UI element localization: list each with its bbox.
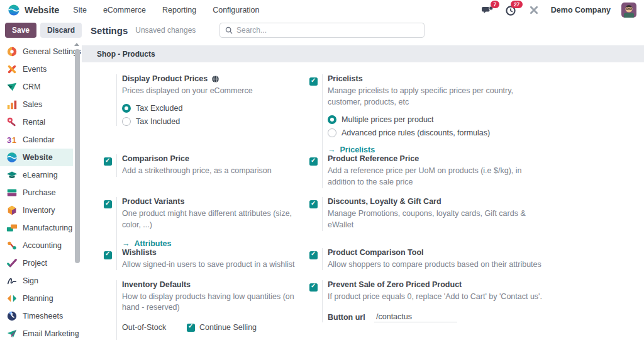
section-header: Shop - Products <box>82 45 644 62</box>
page-title: Settings <box>91 25 128 36</box>
top-navbar: Website Site eCommerce Reporting Configu… <box>0 0 644 20</box>
sidebar-item-general-settings[interactable]: General Settings <box>0 43 73 60</box>
setting-product-comparison-tool: Product Comparison Tool Allow shoppers t… <box>309 248 561 280</box>
sidebar-item-label: Inventory <box>23 206 55 215</box>
inventory-app-icon <box>6 205 18 216</box>
sidebar-item-sign[interactable]: Sign <box>0 272 73 290</box>
scroll-down-arrow-icon[interactable] <box>74 334 79 337</box>
page-body: General Settings Events CRM Sales <box>0 40 644 340</box>
wishlists-checkbox[interactable] <box>104 251 112 259</box>
sidebar-item-events[interactable]: Events <box>0 60 73 78</box>
sidebar-item-purchase[interactable]: Purchase <box>0 184 73 201</box>
menu-ecommerce[interactable]: eCommerce <box>103 6 146 14</box>
website-app-brand[interactable]: Website <box>8 4 59 16</box>
messages-button[interactable]: 7 <box>481 4 494 16</box>
scrollbar-thumb[interactable] <box>75 49 80 263</box>
save-button[interactable]: Save <box>5 23 36 38</box>
setting-title: Product Reference Price <box>328 154 543 163</box>
sidebar-scrollbar[interactable] <box>73 42 81 339</box>
activities-button[interactable]: 27 <box>504 4 517 16</box>
scroll-up-arrow-icon[interactable] <box>74 43 79 46</box>
radio-advanced-rules[interactable]: Advanced price rules (discounts, formula… <box>328 128 543 137</box>
setting-desc: Allow shoppers to compare products based… <box>328 259 541 271</box>
sidebar-item-manufacturing[interactable]: Manufacturing <box>0 219 73 237</box>
button-url-input[interactable] <box>374 312 457 322</box>
menu-reporting[interactable]: Reporting <box>162 6 196 14</box>
sidebar-item-email-marketing[interactable]: Email Marketing <box>0 325 73 340</box>
pricelists-link[interactable]: Pricelists <box>328 145 543 154</box>
setting-desc: Allow signed-in users to save product in… <box>122 259 294 271</box>
sidebar-item-crm[interactable]: CRM <box>0 78 73 96</box>
menu-configuration[interactable]: Configuration <box>213 6 259 14</box>
general-settings-app-icon <box>6 46 18 57</box>
search-input[interactable] <box>236 26 419 35</box>
sidebar-item-rental[interactable]: Rental <box>0 113 73 131</box>
company-name[interactable]: Demo Company <box>551 6 611 14</box>
sidebar-item-inventory[interactable]: Inventory <box>0 201 73 219</box>
setting-desc: If product price equals 0, replace 'Add … <box>328 292 542 303</box>
sidebar-item-project[interactable]: Project <box>0 254 73 272</box>
checkbox-cell <box>104 154 116 167</box>
checkbox-cell <box>309 280 322 293</box>
setting-product-variants: Product Variants One product might have … <box>104 197 309 248</box>
sidebar-item-elearning[interactable]: eLearning <box>0 166 73 184</box>
attributes-link[interactable]: Attributes <box>122 239 305 248</box>
sidebar-item-calendar[interactable]: 3 1 Calendar <box>0 131 73 149</box>
sidebar-item-website[interactable]: Website <box>0 149 73 166</box>
product-variants-checkbox[interactable] <box>104 200 112 208</box>
setting-desc: Manage Promotions, coupons, loyalty card… <box>328 208 543 231</box>
user-avatar[interactable] <box>621 3 636 18</box>
settings-main: Shop - Products Display Product Prices P… <box>82 40 644 340</box>
setting-title: Pricelists <box>328 74 543 83</box>
sidebar-item-label: eLearning <box>23 171 58 179</box>
settings-grid: Display Product Prices Prices displayed … <box>82 62 644 340</box>
comparison-price-checkbox[interactable] <box>104 157 112 166</box>
radio-unselected-icon <box>328 128 336 137</box>
radio-selected-icon <box>122 104 131 113</box>
setting-title: Product Variants <box>122 197 305 206</box>
discounts-loyalty-checkbox[interactable] <box>309 200 318 208</box>
button-url-field: Button url <box>328 312 542 322</box>
tax-display-radio-group: Tax Excluded Tax Included <box>122 104 253 126</box>
globe-icon <box>211 75 219 83</box>
manufacturing-app-icon <box>6 222 18 234</box>
pricelists-checkbox[interactable] <box>309 77 318 86</box>
product-reference-price-checkbox[interactable] <box>309 157 318 166</box>
sidebar-item-label: Timesheets <box>23 312 63 320</box>
search-box[interactable] <box>219 23 425 38</box>
setting-product-reference-price: Product Reference Price Add a reference … <box>309 154 561 197</box>
setting-wishlists: Wishlists Allow signed-in users to save … <box>104 248 309 280</box>
product-comparison-tool-checkbox[interactable] <box>309 251 318 259</box>
radio-tax-excluded[interactable]: Tax Excluded <box>122 104 253 113</box>
checkbox-label: Continue Selling <box>199 323 257 332</box>
radio-label: Tax Excluded <box>136 104 182 113</box>
discard-button[interactable]: Discard <box>40 23 82 38</box>
checkbox-cell <box>104 74 116 76</box>
app-name: Website <box>25 5 59 15</box>
svg-text:3: 3 <box>7 136 11 145</box>
setting-title: Product Comparison Tool <box>328 248 541 257</box>
systray: 7 27 Demo Company <box>481 3 636 18</box>
purchase-app-icon <box>6 187 18 198</box>
radio-multiple-prices[interactable]: Multiple prices per product <box>328 115 543 124</box>
sidebar-item-label: Sign <box>23 276 38 285</box>
sidebar-item-sales[interactable]: Sales <box>0 96 73 113</box>
sidebar-item-planning[interactable]: Planning <box>0 290 73 307</box>
field-label: Out-of-Stock <box>122 323 187 332</box>
setting-inventory-defaults: Inventory Defaults How to display produc… <box>104 280 309 340</box>
website-app-icon <box>6 152 18 163</box>
setting-title: Prevent Sale of Zero Priced Product <box>328 280 542 289</box>
sidebar-item-accounting[interactable]: Accounting <box>0 237 73 254</box>
setting-desc: Add a reference price per UoM on product… <box>328 166 543 188</box>
sidebar-item-label: Accounting <box>23 241 62 250</box>
continue-selling-checkbox[interactable] <box>187 324 195 332</box>
tools-icon <box>528 4 540 16</box>
setting-title: Display Product Prices <box>122 74 253 83</box>
sidebar-item-timesheets[interactable]: Timesheets <box>0 307 73 325</box>
radio-tax-included[interactable]: Tax Included <box>122 117 253 126</box>
checkbox-cell <box>104 280 116 281</box>
prevent-zero-price-checkbox[interactable] <box>309 283 318 292</box>
sales-app-icon <box>6 99 18 110</box>
developer-tools-button[interactable] <box>528 4 540 16</box>
menu-site[interactable]: Site <box>73 6 87 14</box>
